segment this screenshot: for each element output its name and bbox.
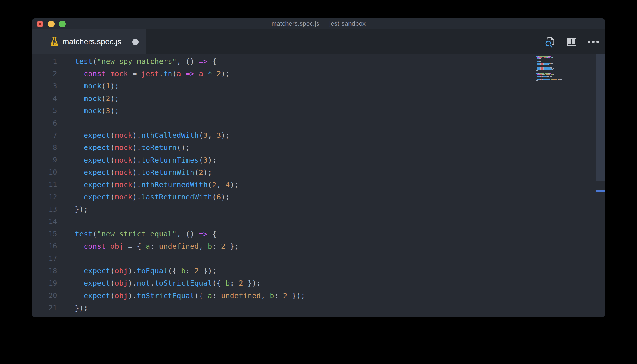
line-number[interactable]: 10 xyxy=(32,168,57,176)
token-fn: expect xyxy=(84,193,110,201)
line-number[interactable]: 19 xyxy=(32,279,57,287)
token-v: mock xyxy=(115,143,133,152)
minimap-seg xyxy=(544,64,548,65)
code-line[interactable]: 21}); xyxy=(32,302,605,314)
minimap[interactable] xyxy=(536,56,569,81)
token-k: a xyxy=(146,242,150,250)
token-fn: expect xyxy=(84,279,110,287)
minimap-seg xyxy=(536,73,538,74)
code-line[interactable]: 4mock(2); xyxy=(32,92,605,105)
line-number[interactable]: 9 xyxy=(32,156,57,164)
token-p: ( xyxy=(212,193,217,201)
minimap-seg xyxy=(544,67,549,68)
line-number[interactable]: 2 xyxy=(32,70,57,78)
line-number[interactable]: 16 xyxy=(32,242,57,250)
token-n: 1 xyxy=(106,82,111,90)
code-text: mock(3); xyxy=(57,107,119,115)
token-p: ( xyxy=(208,181,212,189)
code-line[interactable]: 14 xyxy=(32,215,605,228)
token-v: mock xyxy=(115,193,133,201)
token-p: : xyxy=(186,267,195,275)
token-p: ( xyxy=(101,82,106,90)
minimap-seg xyxy=(548,64,549,65)
code-line[interactable]: 13}); xyxy=(32,203,605,215)
code-text: expect(obj).not.toStrictEqual({ b: 2 }); xyxy=(57,279,261,287)
code-line[interactable]: 17 xyxy=(32,252,605,265)
line-number[interactable]: 6 xyxy=(32,119,57,127)
code-text: }); xyxy=(57,205,88,213)
modified-dot-icon[interactable] xyxy=(132,39,139,45)
line-number[interactable]: 8 xyxy=(32,144,57,152)
code-line[interactable]: 1test("new spy matchers", () => { xyxy=(32,55,605,68)
minimap-seg xyxy=(560,79,562,80)
code-text: expect(mock).toReturnWith(2); xyxy=(57,168,212,177)
code-line[interactable]: 5mock(3); xyxy=(32,105,605,117)
line-number[interactable]: 7 xyxy=(32,132,57,139)
minimap-seg xyxy=(541,63,543,64)
code-line[interactable]: 18expect(obj).toEqual({ b: 2 }); xyxy=(32,265,605,277)
code-line[interactable]: 7expect(mock).nthCalledWith(3, 3); xyxy=(32,129,605,141)
minimap-seg xyxy=(537,63,540,64)
code-text: const mock = jest.fn(a => a * 2); xyxy=(57,70,230,78)
code-line[interactable]: 6 xyxy=(32,117,605,129)
line-number[interactable]: 12 xyxy=(32,193,57,201)
token-v: a xyxy=(177,70,181,78)
line-number[interactable]: 15 xyxy=(32,230,57,238)
minimap-seg xyxy=(540,58,541,59)
token-fn: test xyxy=(75,57,93,66)
token-fn: mock xyxy=(84,82,101,90)
line-number[interactable]: 14 xyxy=(32,218,57,226)
search-file-icon[interactable] xyxy=(544,36,555,48)
line-number[interactable]: 21 xyxy=(32,304,57,312)
minimap-seg xyxy=(544,57,546,58)
code-editor[interactable]: 1test("new spy matchers", () => {2const … xyxy=(32,54,605,317)
token-p: ); xyxy=(208,156,217,164)
scrollbar[interactable] xyxy=(596,54,605,317)
line-number[interactable]: 13 xyxy=(32,205,57,213)
token-p: ). xyxy=(128,292,137,300)
code-line[interactable]: 9expect(mock).toReturnTimes(3); xyxy=(32,154,605,166)
line-number[interactable]: 17 xyxy=(32,255,57,263)
minimize-button[interactable] xyxy=(48,21,55,27)
code-line[interactable]: 16const obj = { a: undefined, b: 2 }; xyxy=(32,240,605,252)
code-line[interactable]: 15test("new strict equal", () => { xyxy=(32,228,605,240)
titlebar[interactable]: matchers.spec.js — jest-sandbox xyxy=(32,18,605,29)
maximize-button[interactable] xyxy=(59,21,66,27)
token-p: ( xyxy=(110,279,115,287)
minimap-seg xyxy=(540,61,541,62)
token-p: }); xyxy=(75,304,88,312)
split-editor-icon[interactable] xyxy=(567,38,576,46)
line-number[interactable]: 11 xyxy=(32,181,57,189)
line-number[interactable]: 20 xyxy=(32,292,57,300)
token-p: }); xyxy=(287,292,305,300)
code-line[interactable]: 20expect(obj).toStrictEqual({ a: undefin… xyxy=(32,290,605,302)
scrollbar-thumb[interactable] xyxy=(596,54,605,181)
token-kw: => xyxy=(181,70,199,78)
code-line[interactable]: 12expect(mock).lastReturnedWith(6); xyxy=(32,191,605,203)
code-line[interactable]: 2const mock = jest.fn(a => a * 2); xyxy=(32,68,605,80)
token-p: ( xyxy=(110,181,115,189)
code-text: }); xyxy=(57,304,88,312)
code-line[interactable]: 3mock(1); xyxy=(32,80,605,92)
minimap-seg xyxy=(540,57,542,58)
tab-matchers-spec-js[interactable]: matchers.spec.js xyxy=(32,29,146,54)
token-n: 3 xyxy=(203,131,208,139)
code-line[interactable]: 11expect(mock).nthReturnedWith(2, 4); xyxy=(32,179,605,191)
token-kw: const xyxy=(84,242,110,250)
token-p: : xyxy=(212,292,221,300)
code-line[interactable]: 8expect(mock).toReturn(); xyxy=(32,141,605,154)
line-number[interactable]: 1 xyxy=(32,58,57,66)
more-actions-icon[interactable] xyxy=(588,41,599,43)
test-flask-icon xyxy=(49,36,60,48)
line-number[interactable]: 18 xyxy=(32,267,57,275)
indent-guide xyxy=(75,179,75,191)
code-line[interactable]: 10expect(mock).toReturnWith(2); xyxy=(32,166,605,179)
code-area[interactable]: 1test("new spy matchers", () => {2const … xyxy=(32,55,605,314)
close-button[interactable] xyxy=(37,21,43,27)
minimap-seg xyxy=(545,73,548,74)
line-number[interactable]: 4 xyxy=(32,94,57,102)
token-p: ). xyxy=(133,143,141,152)
line-number[interactable]: 5 xyxy=(32,107,57,115)
line-number[interactable]: 3 xyxy=(32,82,57,90)
code-line[interactable]: 19expect(obj).not.toStrictEqual({ b: 2 }… xyxy=(32,277,605,289)
